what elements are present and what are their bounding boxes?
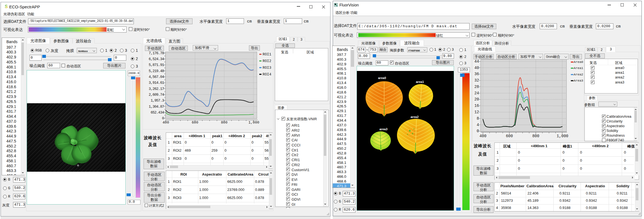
svg-text:area3: area3 [379, 127, 388, 131]
svg-text:area2: area2 [411, 115, 419, 119]
svg-text:S: S [5, 4, 8, 9]
svg-text:area1: area1 [416, 80, 424, 83]
svg-text:area0: area0 [378, 76, 386, 80]
